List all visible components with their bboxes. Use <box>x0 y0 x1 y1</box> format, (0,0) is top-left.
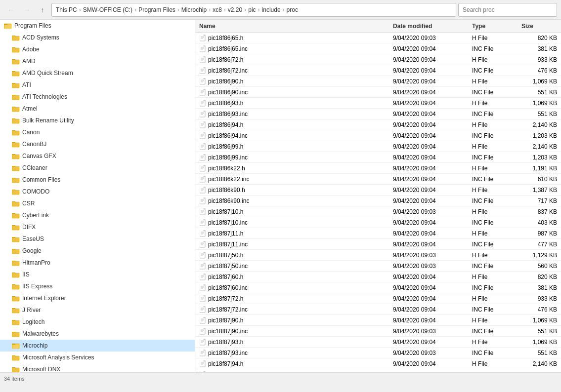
table-row[interactable]: pic18f86j65.inc9/04/2020 09:04INC File38… <box>195 43 561 54</box>
file-type: H File <box>470 121 519 128</box>
table-row[interactable]: pic18f87j60.h9/04/2020 09:04H File820 KB <box>195 272 561 282</box>
back-button[interactable]: ← <box>4 3 18 17</box>
svg-rect-34 <box>12 214 19 218</box>
sidebar-item-microchip[interactable]: Microchip <box>0 340 195 352</box>
folder-icon <box>12 176 20 184</box>
header-date[interactable]: Date modified <box>391 23 470 30</box>
sidebar-item-label: ATI <box>22 81 31 88</box>
sidebar-item-easeUS[interactable]: EaseUS <box>0 233 195 245</box>
table-row[interactable]: pic18f87j90.h9/04/2020 09:04H File1,069 … <box>195 315 561 326</box>
sidebar-item-ati[interactable]: ATI <box>0 79 195 91</box>
sidebar-item-canvas-gfx[interactable]: Canvas GFX <box>0 150 195 162</box>
table-row[interactable]: pic18f86k22.h9/04/2020 09:04H File1,191 … <box>195 163 561 174</box>
table-row[interactable]: pic18f86k90.inc9/04/2020 09:04INC File71… <box>195 196 561 206</box>
sidebar-item-internet-explorer[interactable]: Internet Explorer <box>0 292 195 304</box>
sidebar-item-atmel[interactable]: Atmel <box>0 103 195 115</box>
path-segment-proc[interactable]: proc <box>287 6 298 13</box>
path-segment-drive[interactable]: SMW-OFFICE (C:) <box>83 6 132 13</box>
table-row[interactable]: pic18f86j99.h9/04/2020 09:04H File2,140 … <box>195 141 561 152</box>
path-segment-include[interactable]: include <box>262 6 281 13</box>
table-row[interactable]: pic18f87j10.h9/04/2020 09:03H File837 KB <box>195 206 561 217</box>
table-row[interactable]: pic18f87j94.h9/04/2020 09:04H File2,140 … <box>195 358 561 369</box>
file-date: 9/04/2020 09:04 <box>391 67 470 74</box>
table-row[interactable]: pic18f87j11.inc9/04/2020 09:04INC File47… <box>195 239 561 250</box>
sidebar-item-ati-technologies[interactable]: ATI Technologies <box>0 91 195 103</box>
table-row[interactable]: pic18f87j11.h9/04/2020 09:04H File987 KB <box>195 228 561 239</box>
header-size[interactable]: Size <box>519 23 559 30</box>
sidebar-item-comodo[interactable]: COMODO <box>0 186 195 197</box>
header-name[interactable]: Name <box>197 23 391 30</box>
sidebar-item-label: ACD Systems <box>22 34 59 41</box>
table-row[interactable]: pic18f87j50.h9/04/2020 09:03H File1,129 … <box>195 250 561 261</box>
sidebar-item-iis[interactable]: IIS <box>0 269 195 280</box>
table-row[interactable]: pic18f86j93.h9/04/2020 09:04H File1,069 … <box>195 98 561 109</box>
sidebar-item-csr[interactable]: CSR <box>0 197 195 209</box>
table-row[interactable]: pic18f86j90.h9/04/2020 09:04H File1,069 … <box>195 76 561 87</box>
sidebar-item-microsoft-dnx[interactable]: Microsoft DNX <box>0 363 195 372</box>
folder-icon <box>12 117 20 124</box>
table-row[interactable]: pic18f87j93.h9/04/2020 09:04H File1,069 … <box>195 337 561 348</box>
path-segment-v220[interactable]: v2.20 <box>228 6 242 13</box>
path-segment-xc8[interactable]: xc8 <box>213 6 222 13</box>
sidebar-item-adobe[interactable]: Adobe <box>0 43 195 55</box>
table-row[interactable]: pic18f86j65.h9/04/2020 09:03H File820 KB <box>195 33 561 43</box>
sidebar-item-difx[interactable]: DIFX <box>0 221 195 233</box>
sidebar-item-amd[interactable]: AMD <box>0 55 195 67</box>
path-segment-pic[interactable]: pic <box>248 6 256 13</box>
file-name: pic18f86k90.inc <box>208 197 249 204</box>
sidebar-item-hitmanpro[interactable]: HitmanPro <box>0 257 195 269</box>
table-row[interactable]: pic18f87j72.inc9/04/2020 09:04INC File47… <box>195 304 561 315</box>
path-segment-thispc[interactable]: This PC <box>56 6 77 13</box>
folder-icon <box>12 45 20 53</box>
path-segment-programfiles[interactable]: Program Files <box>138 6 175 13</box>
sidebar-item-canonbj[interactable]: CanonBJ <box>0 138 195 150</box>
table-row[interactable]: pic18f86j90.inc9/04/2020 09:04INC File55… <box>195 87 561 98</box>
file-size: 560 KB <box>519 263 559 270</box>
path-segment-microchip[interactable]: Microchip <box>181 6 207 13</box>
sidebar-item-program-files[interactable]: Program Files <box>0 20 195 32</box>
sidebar-item-google[interactable]: Google <box>0 245 195 257</box>
sidebar-item-microsoft-analysis-services[interactable]: Microsoft Analysis Services <box>0 352 195 363</box>
up-button[interactable]: ↑ <box>36 3 49 17</box>
sidebar-item-j-river[interactable]: J River <box>0 304 195 316</box>
svg-rect-28 <box>12 178 19 183</box>
file-type: INC File <box>470 263 519 270</box>
table-row[interactable]: pic18f87j72.h9/04/2020 09:04H File933 KB <box>195 293 561 304</box>
table-row[interactable]: pic18f87j94.inc9/04/2020 09:03INC File1,… <box>195 369 561 372</box>
table-row[interactable]: pic18f86j72.inc9/04/2020 09:04INC File47… <box>195 65 561 76</box>
table-row[interactable]: pic18f86j94.h9/04/2020 09:04H File2,140 … <box>195 119 561 130</box>
table-row[interactable]: pic18f87j50.inc9/04/2020 09:03INC File56… <box>195 261 561 272</box>
forward-button[interactable]: → <box>20 3 34 17</box>
file-type: INC File <box>470 67 519 74</box>
sidebar-item-bulk-rename-utility[interactable]: Bulk Rename Utility <box>0 115 195 126</box>
header-type[interactable]: Type <box>470 23 519 30</box>
sidebar-item-common-files[interactable]: Common Files <box>0 174 195 186</box>
table-row[interactable]: pic18f86j93.inc9/04/2020 09:04INC File55… <box>195 109 561 119</box>
search-input[interactable] <box>458 3 557 17</box>
sidebar-item-iis-express[interactable]: IIS Express <box>0 280 195 292</box>
table-row[interactable]: pic18f87j93.inc9/04/2020 09:03INC File55… <box>195 348 561 358</box>
sidebar-item-amd-quick-stream[interactable]: AMD Quick Stream <box>0 67 195 79</box>
address-path[interactable]: This PC › SMW-OFFICE (C:) › Program File… <box>51 3 456 17</box>
table-row[interactable]: pic18f86j94.inc9/04/2020 09:04INC File1,… <box>195 130 561 141</box>
table-row[interactable]: pic18f86k90.h9/04/2020 09:04H File1,387 … <box>195 185 561 196</box>
table-row[interactable]: pic18f86j99.inc9/04/2020 09:04INC File1,… <box>195 152 561 163</box>
file-type: INC File <box>470 132 519 139</box>
sidebar-item-logitech[interactable]: Logitech <box>0 316 195 328</box>
folder-icon <box>12 199 20 207</box>
sidebar-item-ccleaner[interactable]: CCleaner <box>0 162 195 174</box>
file-icon <box>199 328 206 335</box>
table-row[interactable]: pic18f86k22.inc9/04/2020 09:04INC File61… <box>195 174 561 185</box>
file-type: H File <box>470 165 519 172</box>
sidebar-item-malwarebytes[interactable]: Malwarebytes <box>0 328 195 340</box>
table-row[interactable]: pic18f86j72.h9/04/2020 09:04H File933 KB <box>195 54 561 65</box>
sidebar-item-canon[interactable]: Canon <box>0 126 195 138</box>
table-row[interactable]: pic18f87j60.inc9/04/2020 09:04INC File38… <box>195 282 561 293</box>
table-row[interactable]: pic18f87j10.inc9/04/2020 09:04INC File40… <box>195 217 561 228</box>
file-icon <box>199 219 206 226</box>
sidebar-item-cyberlink[interactable]: CyberLink <box>0 209 195 221</box>
table-row[interactable]: pic18f87j90.inc9/04/2020 09:03INC File55… <box>195 326 561 337</box>
sidebar-item-acd-systems[interactable]: ACD Systems <box>0 32 195 43</box>
folder-icon <box>12 34 20 41</box>
file-icon <box>199 208 206 215</box>
